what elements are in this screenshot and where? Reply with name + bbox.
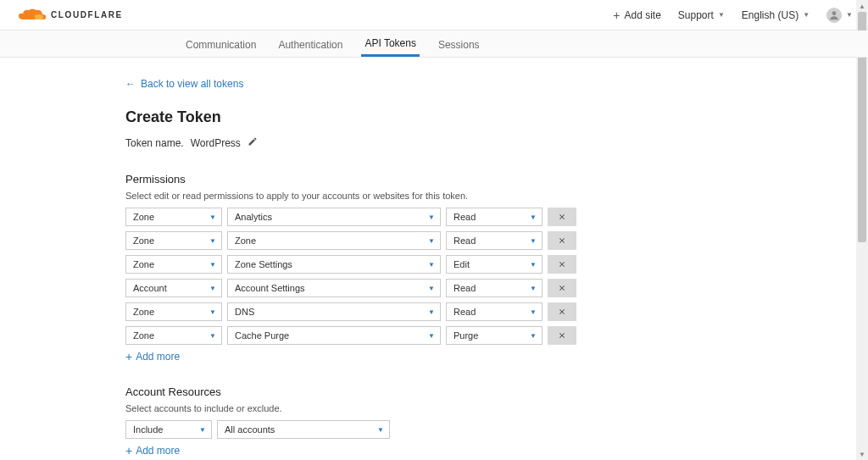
remove-row-button[interactable] bbox=[548, 255, 576, 274]
chevron-down-icon: ▼ bbox=[428, 261, 435, 269]
cloudflare-cloud-icon bbox=[15, 8, 49, 23]
permission-scope-select[interactable]: Zone▼ bbox=[125, 231, 222, 250]
chevron-down-icon: ▼ bbox=[718, 11, 725, 19]
tabbar: CommunicationAuthenticationAPI TokensSes… bbox=[0, 30, 868, 58]
add-more-label: Add more bbox=[136, 351, 180, 363]
chevron-down-icon: ▼ bbox=[209, 213, 216, 221]
permissions-desc: Select edit or read permissions to apply… bbox=[125, 191, 743, 201]
permission-scope-select[interactable]: Zone▼ bbox=[125, 326, 222, 345]
tab-communication[interactable]: Communication bbox=[182, 40, 259, 57]
selected-value: Read bbox=[453, 307, 476, 317]
account-menu[interactable]: ▼ bbox=[826, 8, 853, 23]
include-exclude-select[interactable]: Include▼ bbox=[125, 420, 212, 439]
chevron-down-icon: ▼ bbox=[209, 261, 216, 269]
plus-icon: + bbox=[125, 350, 132, 363]
permission-capability-select[interactable]: Zone Settings▼ bbox=[227, 255, 441, 274]
permission-capability-select[interactable]: Zone▼ bbox=[227, 231, 441, 250]
scroll-down-arrow[interactable]: ▼ bbox=[856, 448, 868, 460]
account-resources-label: Account Resources bbox=[125, 385, 743, 398]
scroll-up-arrow[interactable]: ▲ bbox=[856, 0, 868, 12]
chevron-down-icon: ▼ bbox=[209, 308, 216, 316]
selected-value: Cache Purge bbox=[235, 330, 289, 341]
topbar: CLOUDFLARE + Add site Support ▼ English … bbox=[0, 0, 868, 30]
chevron-down-icon: ▼ bbox=[428, 332, 435, 340]
chevron-down-icon: ▼ bbox=[428, 285, 435, 292]
chevron-down-icon: ▼ bbox=[530, 237, 537, 245]
language-label: English (US) bbox=[742, 9, 798, 21]
selected-value: Read bbox=[453, 236, 476, 246]
token-name-row: Token name. WordPress bbox=[125, 136, 743, 149]
add-site-button[interactable]: + Add site bbox=[613, 8, 661, 22]
permission-capability-select[interactable]: Analytics▼ bbox=[227, 208, 441, 226]
permission-capability-select[interactable]: Account Settings▼ bbox=[227, 279, 441, 297]
chevron-down-icon: ▼ bbox=[530, 213, 537, 221]
selected-value: DNS bbox=[235, 307, 254, 317]
chevron-down-icon: ▼ bbox=[803, 11, 810, 19]
permission-mode-select[interactable]: Read▼ bbox=[446, 208, 542, 226]
chevron-down-icon: ▼ bbox=[209, 237, 216, 245]
remove-row-button[interactable] bbox=[548, 326, 576, 345]
permission-mode-select[interactable]: Read▼ bbox=[446, 279, 542, 297]
account-resource-row: Include▼ All accounts▼ bbox=[125, 420, 743, 439]
permission-scope-select[interactable]: Zone▼ bbox=[125, 302, 222, 321]
selected-value: Zone bbox=[133, 259, 154, 269]
account-resources-desc: Select accounts to include or exclude. bbox=[125, 403, 743, 413]
brand-logo[interactable]: CLOUDFLARE bbox=[15, 8, 123, 23]
tab-api-tokens[interactable]: API Tokens bbox=[361, 38, 419, 57]
permission-mode-select[interactable]: Edit▼ bbox=[446, 255, 542, 274]
permission-mode-select[interactable]: Purge▼ bbox=[446, 326, 542, 345]
permission-scope-select[interactable]: Account▼ bbox=[125, 279, 222, 297]
selected-value: Zone bbox=[133, 212, 154, 222]
tab-authentication[interactable]: Authentication bbox=[275, 40, 346, 57]
chevron-down-icon: ▼ bbox=[428, 213, 435, 221]
account-resources-add-more[interactable]: + Add more bbox=[125, 444, 743, 457]
chevron-down-icon: ▼ bbox=[209, 285, 216, 292]
permissions-add-more[interactable]: + Add more bbox=[125, 350, 743, 363]
chevron-down-icon: ▼ bbox=[428, 237, 435, 245]
permission-mode-select[interactable]: Read▼ bbox=[446, 302, 542, 321]
permission-scope-select[interactable]: Zone▼ bbox=[125, 208, 222, 226]
remove-row-button[interactable] bbox=[548, 231, 576, 250]
chevron-down-icon: ▼ bbox=[530, 285, 537, 292]
account-target-select[interactable]: All accounts▼ bbox=[217, 420, 390, 439]
page-body: ← Back to view all tokens Create Token T… bbox=[125, 58, 743, 460]
chevron-down-icon: ▼ bbox=[199, 426, 206, 434]
close-icon bbox=[558, 284, 566, 292]
edit-name-button[interactable] bbox=[248, 136, 258, 149]
selected-value: Zone bbox=[133, 330, 154, 341]
top-actions: + Add site Support ▼ English (US) ▼ ▼ bbox=[613, 8, 853, 23]
permission-row: Zone▼ DNS▼ Read▼ bbox=[125, 302, 743, 321]
selected-value: Zone Settings bbox=[235, 259, 292, 269]
language-menu[interactable]: English (US) ▼ bbox=[742, 9, 810, 21]
chevron-down-icon: ▼ bbox=[209, 332, 216, 340]
close-icon bbox=[558, 236, 566, 245]
scrollbar-vertical[interactable]: ▲ ▼ bbox=[856, 0, 868, 460]
chevron-down-icon: ▼ bbox=[530, 332, 537, 340]
remove-row-button[interactable] bbox=[548, 208, 576, 226]
remove-row-button[interactable] bbox=[548, 279, 576, 297]
token-name-label: Token name. bbox=[125, 137, 184, 149]
back-link[interactable]: ← Back to view all tokens bbox=[125, 78, 743, 90]
permission-capability-select[interactable]: DNS▼ bbox=[227, 302, 441, 321]
permission-row: Zone▼ Analytics▼ Read▼ bbox=[125, 208, 743, 226]
support-menu[interactable]: Support ▼ bbox=[678, 9, 725, 21]
permission-row: Account▼ Account Settings▼ Read▼ bbox=[125, 279, 743, 297]
selected-value: Analytics bbox=[235, 212, 272, 222]
chevron-down-icon: ▼ bbox=[428, 308, 435, 316]
close-icon bbox=[558, 308, 566, 316]
selected-value: All accounts bbox=[225, 424, 275, 435]
chevron-down-icon: ▼ bbox=[530, 308, 537, 316]
remove-row-button[interactable] bbox=[548, 302, 576, 321]
permission-scope-select[interactable]: Zone▼ bbox=[125, 255, 222, 274]
back-label: Back to view all tokens bbox=[141, 78, 243, 90]
permission-mode-select[interactable]: Read▼ bbox=[446, 231, 542, 250]
selected-value: Include bbox=[133, 424, 163, 435]
permission-capability-select[interactable]: Cache Purge▼ bbox=[227, 326, 441, 345]
arrow-left-icon: ← bbox=[125, 78, 136, 90]
selected-value: Account Settings bbox=[235, 283, 305, 293]
plus-icon: + bbox=[125, 444, 132, 457]
pencil-icon bbox=[248, 136, 258, 147]
add-more-label: Add more bbox=[136, 445, 180, 457]
selected-value: Read bbox=[453, 212, 476, 222]
tab-sessions[interactable]: Sessions bbox=[435, 40, 483, 57]
